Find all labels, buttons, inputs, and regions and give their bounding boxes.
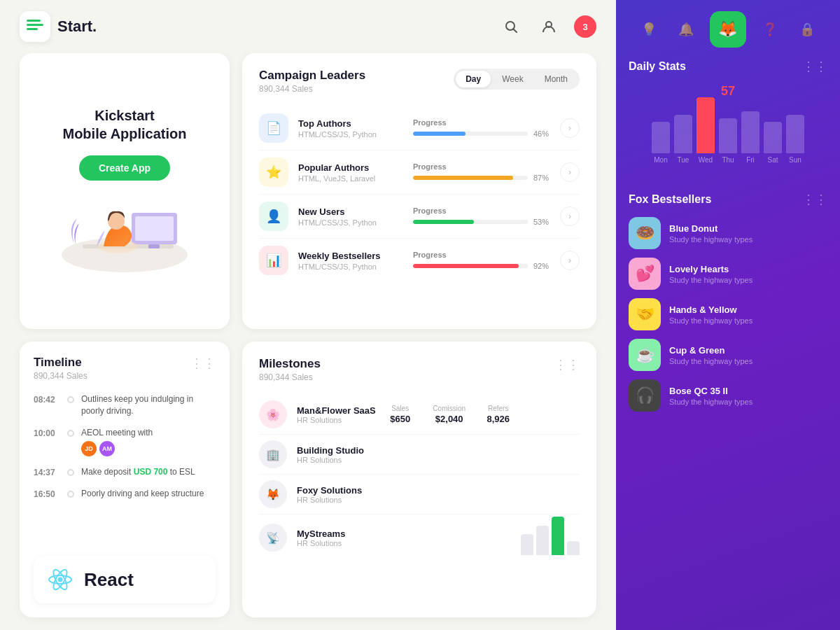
chart-peak-value: 57 [629, 84, 827, 99]
chart-bar-wrap: Wed [696, 97, 715, 164]
campaign-row-name: Weekly Bestsellers [298, 251, 413, 261]
campaign-row-name: Popular Authors [298, 162, 413, 173]
chart-bar-wrap: Mon [652, 122, 670, 164]
timeline-entry: 14:37 Make deposit USD 700 to ESL [34, 466, 216, 478]
search-button[interactable] [498, 14, 524, 39]
campaign-row-name: New Users [298, 206, 413, 217]
profile-button[interactable] [536, 14, 561, 39]
header-icons: 3 [498, 14, 596, 39]
progress-bar-wrap: 46% [413, 130, 553, 138]
bestseller-info: Bose QC 35 II Study the highway types [669, 386, 752, 406]
tab-month[interactable]: Month [535, 71, 578, 88]
tab-week[interactable]: Week [492, 71, 533, 88]
milestone-row: 🦊 Foxy Solutions HR Solutions [259, 475, 580, 514]
timeline-menu-icon[interactable]: ⋮⋮ [190, 356, 216, 371]
campaign-rows: 📄 Top Authors HTML/CSS/JS, Python Progre… [259, 106, 580, 282]
milestones-subtitle: 890,344 Sales [259, 372, 321, 382]
chart-bar-label: Thu [722, 156, 734, 164]
bestseller-info: Lovely Hearts Study the highway types [669, 264, 752, 284]
timeline-entry: 08:42 Outlines keep you indulging in poo… [34, 393, 216, 417]
campaign-row-info: New Users HTML/CSS/JS, Python [298, 206, 413, 227]
row-chevron[interactable]: › [560, 206, 580, 226]
milestone-name: Foxy Solutions [297, 485, 362, 496]
campaign-row-progress: Progress 92% [413, 251, 553, 270]
bestseller-img: ☕ [629, 339, 661, 371]
milestones-menu-icon[interactable]: ⋮⋮ [554, 357, 580, 372]
svg-rect-10 [148, 244, 160, 248]
milestone-row: 🌸 Man&Flower SaaS HR Solutions Sales $65… [259, 395, 580, 435]
timeline-text: Poorly driving and keep structure [81, 488, 204, 500]
chart-bar-label: Fri [746, 156, 755, 164]
milestone-commission-val: $2,040 [425, 414, 474, 424]
timeline-title: Timeline [34, 356, 88, 370]
campaign-card: Campaign Leaders 890,344 Sales Day Week … [242, 53, 596, 329]
fox-bestsellers-menu[interactable]: ⋮⋮ [802, 192, 827, 207]
sidebar-icon-help[interactable]: ❓ [756, 15, 784, 43]
campaign-row-progress: Progress 53% [413, 206, 553, 226]
svg-rect-9 [135, 216, 174, 241]
sidebar-icon-lock[interactable]: 🔒 [793, 15, 821, 43]
campaign-row-progress: Progress 46% [413, 118, 553, 138]
milestone-sub: HR Solutions [297, 539, 345, 547]
progress-label: Progress [413, 162, 553, 171]
notification-badge[interactable]: 3 [574, 15, 596, 38]
create-app-button[interactable]: Create App [79, 155, 170, 181]
timeline-entry: 16:50 Poorly driving and keep structure [34, 488, 216, 500]
row-chevron[interactable]: › [560, 251, 580, 270]
react-footer: React [34, 556, 216, 603]
timeline-avatars: JD AM [81, 441, 153, 456]
svg-rect-1 [27, 24, 43, 26]
progress-bar-fill [413, 132, 465, 136]
mini-bar [536, 526, 549, 555]
row-chevron[interactable]: › [560, 162, 580, 182]
timeline-dot [67, 396, 74, 403]
bestseller-sub: Study the highway types [669, 398, 752, 406]
row-chevron[interactable]: › [560, 118, 580, 138]
campaign-row: 📄 Top Authors HTML/CSS/JS, Python Progre… [259, 106, 580, 150]
bestseller-img: 🍩 [629, 217, 661, 249]
react-icon [45, 564, 76, 595]
campaign-row-info: Weekly Bestsellers HTML/CSS/JS, Python [298, 251, 413, 271]
bestseller-name: Cup & Green [669, 345, 752, 356]
progress-label: Progress [413, 118, 553, 127]
chart-bar-wrap: Thu [719, 118, 737, 164]
bestseller-img: 🤝 [629, 298, 661, 330]
timeline-text: Make deposit USD 700 to ESL [81, 466, 195, 478]
milestone-refers-val: 8,926 [474, 414, 523, 424]
avatar: AM [99, 441, 115, 456]
chart-bars: Mon Tue Wed Thu Fri Sat Sun [629, 104, 827, 164]
sidebar-icon-notification[interactable]: 🔔 [672, 15, 700, 43]
mini-bar [552, 517, 564, 555]
progress-bar-bg [413, 220, 528, 224]
bestseller-info: Hands & Yellow Study the highway types [669, 304, 752, 325]
campaign-title: Campaign Leaders [259, 69, 365, 83]
main-area: Start. 3 Kickstart Mob [0, 0, 616, 630]
chart-bar [719, 118, 737, 153]
bestseller-item: 🎧 Bose QC 35 II Study the highway types [629, 379, 827, 412]
svg-rect-2 [27, 28, 38, 30]
timeline-dot [67, 430, 74, 437]
chart-bar [764, 122, 782, 153]
fox-bestsellers-section: Fox Bestsellers ⋮⋮ 🍩 Blue Donut Study th… [629, 192, 827, 412]
milestone-row: 🏢 Building Studio HR Solutions [259, 435, 580, 475]
timeline-subtitle: 890,344 Sales [34, 371, 88, 381]
timeline-dot [67, 469, 74, 476]
bestseller-name: Bose QC 35 II [669, 386, 752, 396]
bestseller-name: Blue Donut [669, 223, 752, 234]
sidebar-icon-lightbulb[interactable]: 💡 [635, 15, 663, 43]
sidebar-icon-fox[interactable]: 🦊 [710, 11, 746, 48]
mini-bar [521, 534, 533, 555]
tab-day[interactable]: Day [456, 71, 491, 88]
daily-stats-title: Daily Stats [629, 60, 686, 73]
daily-stats-menu[interactable]: ⋮⋮ [802, 59, 827, 74]
timeline-entry: 10:00 AEOL meeting with JD AM [34, 427, 216, 457]
progress-bar-fill [413, 176, 513, 180]
content-grid: Kickstart Mobile Application Create App [0, 53, 616, 630]
daily-chart: 57 Mon Tue Wed Thu Fri Sat Sun [629, 84, 827, 175]
milestone-name: MyStreams [297, 528, 345, 539]
bestseller-item: 🍩 Blue Donut Study the highway types [629, 217, 827, 249]
progress-label: Progress [413, 206, 553, 215]
chart-bar-wrap: Fri [741, 111, 760, 164]
milestone-name: Man&Flower SaaS [297, 405, 376, 416]
bestseller-item: 🤝 Hands & Yellow Study the highway types [629, 298, 827, 330]
